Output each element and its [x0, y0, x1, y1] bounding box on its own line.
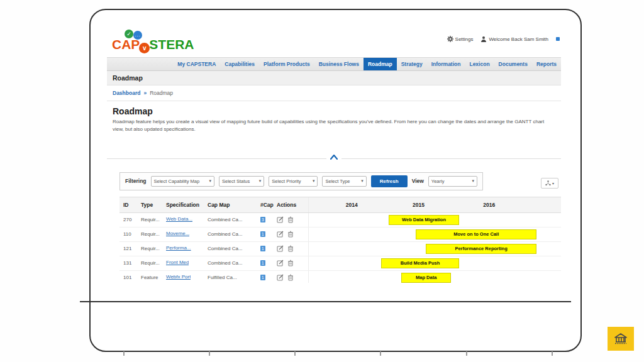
nav-item-reports[interactable]: Reports	[532, 58, 561, 70]
timeline-cell: Build Media Push	[308, 256, 561, 270]
breadcrumb-dashboard-link[interactable]: Dashboard	[113, 90, 140, 96]
logo-check-ball-icon: ✓	[125, 30, 133, 38]
capstera-logo[interactable]: ✓ ... CAPvSTERA	[112, 37, 194, 53]
spec-link[interactable]: Front Med	[166, 260, 189, 265]
chevron-down-icon: ▾	[552, 181, 554, 185]
chevron-down-icon: ▾	[313, 178, 315, 184]
edit-icon[interactable]	[277, 216, 284, 223]
timeline-cell: Map Data	[308, 271, 561, 283]
logo-text-stera: STERA	[149, 37, 194, 52]
refresh-button[interactable]: Refresh	[371, 175, 408, 187]
col-header-cap-map: Cap Map	[208, 202, 260, 208]
gantt-bar[interactable]: Map Data	[401, 273, 451, 283]
welcome-text: Welcome Back Sam Smith	[489, 36, 548, 42]
collapse-divider	[107, 158, 561, 159]
sketch-tick	[209, 351, 210, 356]
spec-link[interactable]: Moveme...	[166, 231, 189, 236]
nav-item-strategy[interactable]: Strategy	[397, 58, 427, 70]
edit-icon[interactable]	[277, 260, 284, 266]
cap-count-badge: 1	[260, 231, 265, 237]
gantt-bar[interactable]: Build Media Push	[381, 258, 460, 268]
sketch-tick	[294, 351, 296, 356]
row-id: 121	[119, 246, 141, 251]
view-label: View	[412, 178, 424, 184]
type-select-value: Select Type	[325, 178, 350, 184]
priority-select[interactable]: Select Priority ▾	[269, 176, 318, 187]
section-title: Roadmap	[113, 106, 561, 116]
row-cap-map: Fulfilled Ca...	[208, 275, 260, 280]
export-button[interactable]: ▾	[541, 178, 558, 189]
timeline-cell: Web Data Migration	[308, 213, 561, 227]
capability-map-select[interactable]: Select Capability Map ▾	[151, 176, 215, 187]
settings-label: Settings	[455, 36, 474, 42]
user-icon	[480, 36, 487, 42]
nav-item-capabilities[interactable]: Capabilities	[220, 58, 259, 70]
trash-icon[interactable]	[287, 274, 294, 281]
sketch-tick	[552, 351, 553, 356]
nav-item-documents[interactable]: Documents	[494, 58, 532, 70]
spec-link[interactable]: Performa...	[166, 245, 191, 251]
logo-dots-ball-icon: ...	[133, 31, 142, 40]
nav-item-my-capstera[interactable]: My CAPSTERA	[173, 58, 220, 70]
trash-icon[interactable]	[287, 245, 294, 252]
row-type: Requir...	[141, 231, 166, 237]
col-header-type: Type	[141, 202, 166, 208]
page-description: Roadmap feature helps you create a visua…	[113, 118, 554, 134]
timeline-cell: Performance Reporting	[308, 242, 561, 256]
timeline-header: 2014 2015 2016	[308, 197, 561, 212]
settings-menu[interactable]: Settings	[447, 36, 474, 42]
sketch-tick	[123, 351, 125, 356]
col-header-cap-count: #Cap	[260, 202, 277, 208]
spec-link[interactable]: Web Data...	[166, 216, 192, 222]
browser-viewport: ✓ ... CAPvSTERA Settings	[107, 30, 561, 283]
row-cap-map: Combined Ca...	[208, 246, 260, 251]
edit-icon[interactable]	[277, 231, 284, 238]
row-actions	[277, 274, 308, 281]
edit-icon[interactable]	[277, 274, 284, 281]
table-row: 110 Requir... Moveme... Combined Ca... 1…	[119, 228, 561, 242]
nav-item-roadmap[interactable]: Roadmap	[364, 58, 397, 70]
col-header-actions: Actions	[277, 202, 308, 208]
sketch-tick	[466, 351, 467, 356]
nav-item-platform-products[interactable]: Platform Products	[259, 58, 314, 70]
app-header: ✓ ... CAPvSTERA Settings	[107, 30, 561, 57]
cap-count-badge: 1	[260, 275, 265, 280]
table-row: 121 Requir... Performa... Combined Ca...…	[119, 242, 561, 256]
status-select[interactable]: Select Status ▾	[219, 176, 264, 187]
breadcrumb-separator-icon: »	[140, 90, 150, 96]
chevron-down-icon: ▾	[259, 178, 262, 184]
user-menu[interactable]: Welcome Back Sam Smith	[480, 36, 548, 42]
edit-icon[interactable]	[277, 245, 284, 252]
chevron-up-icon[interactable]	[326, 155, 341, 161]
trash-icon[interactable]	[287, 260, 294, 266]
spec-link[interactable]: Webfx Port	[166, 274, 191, 280]
nav-item-lexicon[interactable]: Lexicon	[465, 58, 494, 70]
cap-count-badge: 1	[260, 246, 265, 251]
gantt-bar[interactable]: Performance Reporting	[426, 244, 537, 254]
row-cap-map: Combined Ca...	[208, 260, 260, 266]
row-actions	[277, 216, 308, 223]
row-actions	[277, 231, 308, 238]
cap-count-badge: 1	[260, 260, 265, 266]
col-header-spec: Specification	[166, 202, 208, 208]
nav-item-business-flows[interactable]: Business Flows	[314, 58, 364, 70]
nav-item-information[interactable]: Information	[427, 58, 465, 70]
main-nav: My CAPSTERACapabilitiesPlatform Products…	[107, 57, 561, 71]
trash-icon[interactable]	[287, 231, 294, 238]
type-select[interactable]: Select Type ▾	[322, 176, 366, 187]
logo-o-ball-icon: v	[139, 43, 150, 53]
view-select-value: Yearly	[431, 178, 445, 184]
table-row: 270 Requir... Web Data... Combined Ca...…	[119, 213, 561, 228]
monitor-bezel-line	[80, 301, 571, 302]
row-actions	[277, 260, 308, 266]
row-type: Requir...	[141, 217, 166, 222]
user-dropdown-indicator-icon[interactable]	[556, 37, 560, 41]
row-cap-map: Combined Ca...	[208, 217, 260, 222]
bank-button[interactable]	[608, 327, 634, 351]
gantt-bar[interactable]: Web Data Migration	[389, 215, 460, 225]
gantt-bar[interactable]: Move on to One Call	[416, 229, 536, 239]
view-select[interactable]: Yearly ▾	[428, 176, 477, 187]
trash-icon[interactable]	[287, 216, 294, 223]
desktop-background: ✓ ... CAPvSTERA Settings	[0, 0, 644, 362]
row-cap-map: Combined Ca...	[208, 231, 260, 237]
